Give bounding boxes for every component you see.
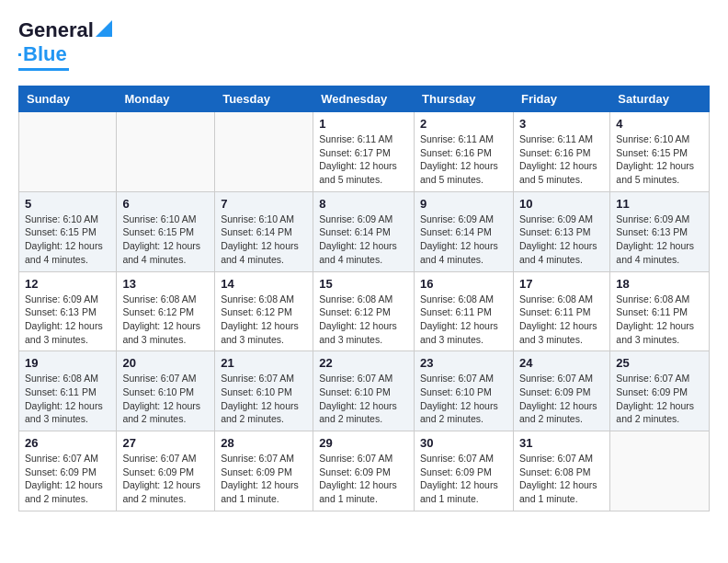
calendar-week-row: 19Sunrise: 6:08 AM Sunset: 6:11 PM Dayli… <box>19 351 710 431</box>
day-number: 24 <box>519 356 604 370</box>
weekday-header-monday: Monday <box>117 86 215 112</box>
day-number: 23 <box>420 356 507 370</box>
calendar-day-cell: 16Sunrise: 6:08 AM Sunset: 6:11 PM Dayli… <box>415 271 514 351</box>
day-info: Sunrise: 6:07 AM Sunset: 6:09 PM Dayligh… <box>122 452 209 506</box>
day-number: 29 <box>319 436 408 450</box>
calendar-week-row: 1Sunrise: 6:11 AM Sunset: 6:17 PM Daylig… <box>19 112 710 192</box>
logo-arrow-icon <box>96 20 112 37</box>
calendar-day-cell: 28Sunrise: 6:07 AM Sunset: 6:09 PM Dayli… <box>215 431 313 511</box>
calendar-day-cell: 25Sunrise: 6:07 AM Sunset: 6:09 PM Dayli… <box>610 351 710 431</box>
calendar-day-cell: 7Sunrise: 6:10 AM Sunset: 6:14 PM Daylig… <box>215 191 313 271</box>
day-info: Sunrise: 6:11 AM Sunset: 6:16 PM Dayligh… <box>420 132 507 187</box>
day-number: 30 <box>420 436 507 450</box>
calendar-empty-cell <box>610 431 710 511</box>
day-number: 13 <box>122 277 209 291</box>
calendar-day-cell: 2Sunrise: 6:11 AM Sunset: 6:16 PM Daylig… <box>415 112 514 192</box>
calendar-day-cell: 18Sunrise: 6:08 AM Sunset: 6:11 PM Dayli… <box>610 271 710 351</box>
day-info: Sunrise: 6:07 AM Sunset: 6:09 PM Dayligh… <box>221 452 307 506</box>
day-number: 1 <box>319 117 408 131</box>
day-number: 16 <box>420 277 507 291</box>
day-number: 9 <box>420 197 507 211</box>
calendar-empty-cell <box>117 112 215 192</box>
day-info: Sunrise: 6:08 AM Sunset: 6:12 PM Dayligh… <box>221 293 307 347</box>
calendar-day-cell: 8Sunrise: 6:09 AM Sunset: 6:14 PM Daylig… <box>313 191 415 271</box>
day-info: Sunrise: 6:11 AM Sunset: 6:16 PM Dayligh… <box>519 132 604 187</box>
calendar-day-cell: 20Sunrise: 6:07 AM Sunset: 6:10 PM Dayli… <box>117 351 215 431</box>
day-info: Sunrise: 6:10 AM Sunset: 6:15 PM Dayligh… <box>25 213 110 267</box>
day-number: 21 <box>221 356 307 370</box>
calendar-day-cell: 5Sunrise: 6:10 AM Sunset: 6:15 PM Daylig… <box>19 191 117 271</box>
day-info: Sunrise: 6:09 AM Sunset: 6:13 PM Dayligh… <box>25 293 110 347</box>
day-info: Sunrise: 6:11 AM Sunset: 6:17 PM Dayligh… <box>319 132 408 187</box>
calendar-day-cell: 26Sunrise: 6:07 AM Sunset: 6:09 PM Dayli… <box>19 431 117 511</box>
day-number: 31 <box>519 436 604 450</box>
day-info: Sunrise: 6:08 AM Sunset: 6:12 PM Dayligh… <box>319 293 408 347</box>
day-number: 28 <box>221 436 307 450</box>
day-info: Sunrise: 6:07 AM Sunset: 6:09 PM Dayligh… <box>519 372 604 426</box>
logo-text-blue: Blue <box>23 42 67 66</box>
calendar-day-cell: 3Sunrise: 6:11 AM Sunset: 6:16 PM Daylig… <box>513 112 609 192</box>
calendar-day-cell: 1Sunrise: 6:11 AM Sunset: 6:17 PM Daylig… <box>313 112 415 192</box>
day-info: Sunrise: 6:07 AM Sunset: 6:08 PM Dayligh… <box>519 452 604 506</box>
day-info: Sunrise: 6:07 AM Sunset: 6:10 PM Dayligh… <box>319 372 408 426</box>
day-info: Sunrise: 6:10 AM Sunset: 6:15 PM Dayligh… <box>616 132 703 187</box>
day-info: Sunrise: 6:07 AM Sunset: 6:09 PM Dayligh… <box>25 452 110 506</box>
day-info: Sunrise: 6:09 AM Sunset: 6:14 PM Dayligh… <box>319 213 408 267</box>
day-number: 18 <box>616 277 703 291</box>
calendar-day-cell: 14Sunrise: 6:08 AM Sunset: 6:12 PM Dayli… <box>215 271 313 351</box>
day-number: 22 <box>319 356 408 370</box>
calendar-day-cell: 23Sunrise: 6:07 AM Sunset: 6:10 PM Dayli… <box>415 351 514 431</box>
logo-underline <box>18 68 69 71</box>
svg-marker-0 <box>96 20 112 37</box>
day-info: Sunrise: 6:08 AM Sunset: 6:11 PM Dayligh… <box>519 293 604 347</box>
calendar-day-cell: 9Sunrise: 6:09 AM Sunset: 6:14 PM Daylig… <box>415 191 514 271</box>
day-number: 19 <box>25 356 110 370</box>
calendar-week-row: 12Sunrise: 6:09 AM Sunset: 6:13 PM Dayli… <box>19 271 710 351</box>
day-info: Sunrise: 6:07 AM Sunset: 6:10 PM Dayligh… <box>221 372 307 426</box>
calendar-day-cell: 24Sunrise: 6:07 AM Sunset: 6:09 PM Dayli… <box>513 351 609 431</box>
calendar-day-cell: 29Sunrise: 6:07 AM Sunset: 6:09 PM Dayli… <box>313 431 415 511</box>
day-number: 15 <box>319 277 408 291</box>
weekday-header-wednesday: Wednesday <box>313 86 415 112</box>
day-info: Sunrise: 6:10 AM Sunset: 6:15 PM Dayligh… <box>122 213 209 267</box>
calendar-day-cell: 22Sunrise: 6:07 AM Sunset: 6:10 PM Dayli… <box>313 351 415 431</box>
calendar-empty-cell <box>19 112 117 192</box>
logo: General Blue <box>18 18 112 71</box>
calendar-day-cell: 19Sunrise: 6:08 AM Sunset: 6:11 PM Dayli… <box>19 351 117 431</box>
day-info: Sunrise: 6:09 AM Sunset: 6:13 PM Dayligh… <box>519 213 604 267</box>
calendar-empty-cell <box>215 112 313 192</box>
weekday-header-saturday: Saturday <box>610 86 710 112</box>
day-number: 26 <box>25 436 110 450</box>
calendar-day-cell: 17Sunrise: 6:08 AM Sunset: 6:11 PM Dayli… <box>513 271 609 351</box>
weekday-header-tuesday: Tuesday <box>215 86 313 112</box>
day-number: 10 <box>519 197 604 211</box>
calendar-day-cell: 21Sunrise: 6:07 AM Sunset: 6:10 PM Dayli… <box>215 351 313 431</box>
day-info: Sunrise: 6:07 AM Sunset: 6:10 PM Dayligh… <box>420 372 507 426</box>
calendar-day-cell: 15Sunrise: 6:08 AM Sunset: 6:12 PM Dayli… <box>313 271 415 351</box>
weekday-header-thursday: Thursday <box>415 86 514 112</box>
day-info: Sunrise: 6:08 AM Sunset: 6:11 PM Dayligh… <box>25 372 110 426</box>
calendar-day-cell: 11Sunrise: 6:09 AM Sunset: 6:13 PM Dayli… <box>610 191 710 271</box>
day-info: Sunrise: 6:08 AM Sunset: 6:11 PM Dayligh… <box>420 293 507 347</box>
calendar-day-cell: 31Sunrise: 6:07 AM Sunset: 6:08 PM Dayli… <box>513 431 609 511</box>
calendar-week-row: 5Sunrise: 6:10 AM Sunset: 6:15 PM Daylig… <box>19 191 710 271</box>
calendar-day-cell: 30Sunrise: 6:07 AM Sunset: 6:09 PM Dayli… <box>415 431 514 511</box>
calendar-day-cell: 27Sunrise: 6:07 AM Sunset: 6:09 PM Dayli… <box>117 431 215 511</box>
day-info: Sunrise: 6:10 AM Sunset: 6:14 PM Dayligh… <box>221 213 307 267</box>
day-number: 20 <box>122 356 209 370</box>
day-number: 3 <box>519 117 604 131</box>
weekday-header-sunday: Sunday <box>19 86 117 112</box>
day-number: 11 <box>616 197 703 211</box>
day-number: 7 <box>221 197 307 211</box>
day-number: 5 <box>25 197 110 211</box>
logo-text-general: General <box>18 18 94 42</box>
calendar-week-row: 26Sunrise: 6:07 AM Sunset: 6:09 PM Dayli… <box>19 431 710 511</box>
day-info: Sunrise: 6:07 AM Sunset: 6:09 PM Dayligh… <box>420 452 507 506</box>
calendar-table: SundayMondayTuesdayWednesdayThursdayFrid… <box>18 86 710 511</box>
day-number: 25 <box>616 356 703 370</box>
day-number: 14 <box>221 277 307 291</box>
day-number: 27 <box>122 436 209 450</box>
day-info: Sunrise: 6:07 AM Sunset: 6:09 PM Dayligh… <box>616 372 703 426</box>
day-number: 6 <box>122 197 209 211</box>
calendar-day-cell: 6Sunrise: 6:10 AM Sunset: 6:15 PM Daylig… <box>117 191 215 271</box>
